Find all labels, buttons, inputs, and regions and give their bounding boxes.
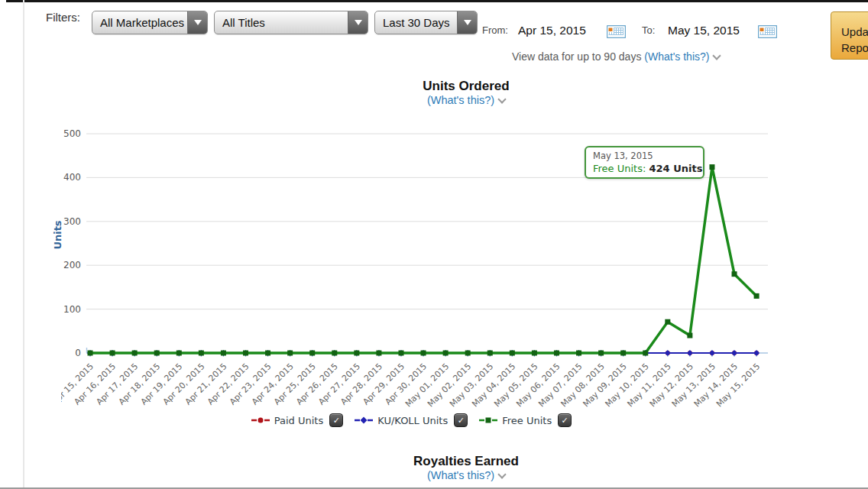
tooltip-value: 424 Units bbox=[649, 163, 702, 174]
units-ordered-title: Units Ordered bbox=[76, 79, 856, 94]
tooltip-series: Free Units: bbox=[593, 163, 646, 174]
update-report-button[interactable]: Update Report bbox=[831, 11, 868, 60]
chevron-down-icon[interactable] bbox=[187, 11, 207, 34]
data-point bbox=[753, 350, 760, 356]
data-point bbox=[421, 351, 426, 356]
data-point bbox=[332, 351, 337, 356]
calendar-icon[interactable] bbox=[758, 25, 777, 38]
data-point bbox=[665, 350, 671, 356]
titles-select-value: All Titles bbox=[215, 11, 348, 34]
date-range-select-value: Last 30 Days bbox=[375, 11, 457, 34]
data-point bbox=[243, 351, 248, 356]
data-point bbox=[532, 351, 537, 356]
from-label: From: bbox=[482, 24, 508, 36]
data-point bbox=[132, 351, 138, 356]
data-point bbox=[309, 351, 315, 356]
legend-item: Free Units✓ bbox=[478, 413, 572, 427]
units-ordered-header: Units Ordered (What's this?) bbox=[76, 79, 856, 106]
data-point bbox=[709, 350, 715, 356]
data-point bbox=[576, 351, 581, 356]
y-tick-label: 100 bbox=[63, 304, 81, 315]
data-point bbox=[643, 351, 648, 356]
data-point bbox=[510, 351, 515, 356]
royalties-earned-title: Royalties Earned bbox=[76, 454, 856, 469]
data-point bbox=[443, 351, 449, 356]
data-point bbox=[199, 351, 204, 356]
data-point bbox=[88, 351, 93, 356]
data-point bbox=[154, 351, 160, 356]
data-point bbox=[465, 351, 471, 356]
series-line bbox=[90, 167, 756, 353]
legend-item: Paid Units✓ bbox=[251, 413, 343, 427]
data-point bbox=[287, 351, 293, 356]
data-point bbox=[398, 351, 403, 356]
data-point bbox=[354, 351, 359, 356]
calendar-icon[interactable] bbox=[607, 25, 626, 38]
legend-marker-icon bbox=[354, 416, 374, 425]
chart-tooltip: May 13, 2015 Free Units: 424 Units bbox=[585, 146, 704, 179]
chevron-down-icon[interactable] bbox=[457, 11, 477, 34]
y-tick-label: 0 bbox=[75, 348, 81, 358]
legend-checkbox[interactable]: ✓ bbox=[454, 413, 468, 427]
top-border bbox=[6, 0, 868, 2]
chevron-down-icon[interactable] bbox=[497, 470, 506, 478]
whats-this-link[interactable]: (What's this?) bbox=[427, 469, 494, 481]
legend-label: Free Units bbox=[502, 415, 552, 426]
view-data-note: View data for up to 90 days (What's this… bbox=[512, 50, 720, 63]
data-point bbox=[376, 351, 381, 356]
data-point bbox=[110, 351, 115, 356]
from-date-field[interactable]: Apr 15, 2015 bbox=[518, 24, 586, 37]
y-tick-label: 500 bbox=[63, 128, 81, 139]
legend-checkbox[interactable]: ✓ bbox=[329, 413, 343, 427]
data-point bbox=[265, 351, 270, 356]
sidebar-divider bbox=[23, 0, 24, 489]
data-point bbox=[754, 293, 760, 299]
data-point bbox=[731, 350, 737, 356]
data-point bbox=[687, 350, 693, 356]
marketplace-select[interactable]: All Marketplaces bbox=[92, 11, 208, 34]
y-tick-label: 200 bbox=[63, 260, 81, 270]
date-range-select[interactable]: Last 30 Days bbox=[374, 11, 478, 34]
chart-legend: Paid Units✓KU/KOLL Units✓Free Units✓ bbox=[67, 413, 755, 427]
legend-marker-icon bbox=[251, 416, 270, 425]
legend-label: Paid Units bbox=[274, 415, 323, 426]
data-point bbox=[598, 351, 604, 356]
chevron-down-icon[interactable] bbox=[497, 95, 506, 103]
data-point bbox=[177, 351, 182, 356]
data-point bbox=[687, 333, 692, 338]
to-date-field[interactable]: May 15, 2015 bbox=[668, 24, 740, 37]
data-point bbox=[665, 319, 670, 325]
royalties-earned-header: Royalties Earned (What's this?) bbox=[76, 454, 856, 481]
y-tick-label: 300 bbox=[63, 216, 81, 227]
filters-label: Filters: bbox=[46, 11, 80, 24]
whats-this-link[interactable]: (What's this?) bbox=[644, 50, 709, 63]
data-point bbox=[221, 351, 226, 356]
data-point bbox=[732, 271, 737, 277]
data-point bbox=[554, 351, 559, 356]
whats-this-link[interactable]: (What's this?) bbox=[427, 94, 494, 106]
data-point bbox=[487, 351, 493, 356]
chevron-down-icon[interactable] bbox=[348, 11, 368, 34]
to-label: To: bbox=[642, 24, 655, 36]
tooltip-date: May 13, 2015 bbox=[593, 151, 696, 161]
legend-checkbox[interactable]: ✓ bbox=[558, 413, 572, 427]
data-point bbox=[709, 164, 714, 170]
legend-item: KU/KOLL Units✓ bbox=[354, 413, 468, 427]
chevron-down-icon[interactable] bbox=[713, 51, 721, 60]
y-tick-label: 400 bbox=[63, 172, 81, 183]
titles-select[interactable]: All Titles bbox=[214, 11, 368, 34]
legend-label: KU/KOLL Units bbox=[377, 415, 448, 426]
marketplace-select-value: All Marketplaces bbox=[92, 11, 187, 34]
legend-marker-icon bbox=[478, 416, 498, 425]
data-point bbox=[620, 351, 626, 356]
